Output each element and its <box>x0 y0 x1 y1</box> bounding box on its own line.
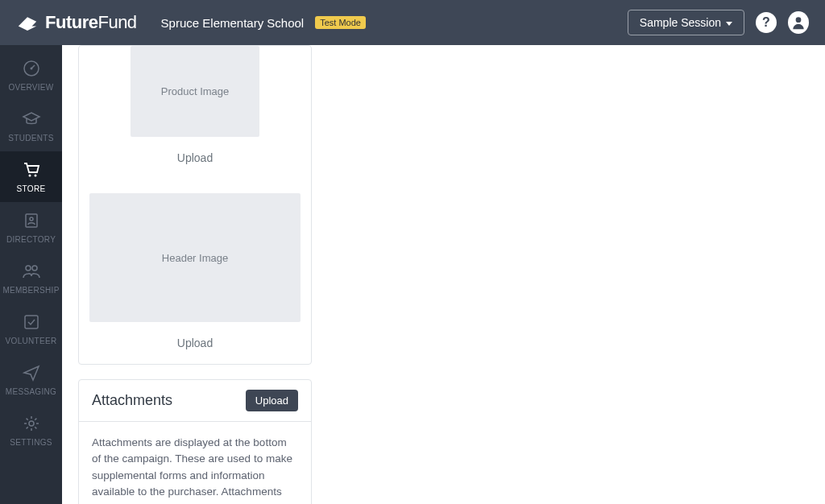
sidebar-item-label: SETTINGS <box>10 438 52 447</box>
top-bar: FutureFund Spruce Elementary School Test… <box>0 0 825 45</box>
sidebar-item-volunteer[interactable]: VOLUNTEER <box>0 304 62 354</box>
org-name: Spruce Elementary School <box>161 16 305 30</box>
sidebar-item-label: MEMBERSHIP <box>2 286 59 295</box>
attachments-header: Attachments Upload <box>79 380 311 422</box>
help-button[interactable]: ? <box>756 12 777 33</box>
gauge-icon <box>21 59 42 78</box>
sidebar-item-messaging[interactable]: MESSAGING <box>0 354 62 405</box>
sidebar-item-label: VOLUNTEER <box>6 337 57 345</box>
svg-point-10 <box>29 421 34 426</box>
svg-rect-9 <box>25 316 38 328</box>
logo-text-light: Fund <box>97 12 136 32</box>
product-image-upload-link[interactable]: Upload <box>177 151 213 164</box>
svg-point-4 <box>34 175 36 177</box>
sidebar: OVERVIEW STUDENTS STORE DIRECTORY MEMBER… <box>0 45 62 504</box>
paper-plane-icon <box>21 363 42 382</box>
sidebar-item-store[interactable]: STORE <box>0 151 62 202</box>
svg-point-0 <box>796 17 802 23</box>
graduation-cap-icon <box>21 109 42 129</box>
user-menu[interactable] <box>788 12 809 33</box>
gear-icon <box>21 414 42 433</box>
images-card: Product Image Upload Header Image Upload <box>78 45 312 365</box>
test-mode-badge: Test Mode <box>315 16 366 29</box>
svg-point-6 <box>30 217 33 221</box>
sidebar-item-label: OVERVIEW <box>8 83 53 92</box>
sidebar-item-students[interactable]: STUDENTS <box>0 101 62 151</box>
header-image-placeholder[interactable]: Header Image <box>89 193 301 322</box>
sidebar-item-label: DIRECTORY <box>6 235 56 244</box>
sidebar-item-label: STORE <box>17 184 46 193</box>
user-icon <box>788 11 809 34</box>
sidebar-item-overview[interactable]: OVERVIEW <box>0 50 62 101</box>
attachments-title: Attachments <box>92 392 172 409</box>
svg-point-8 <box>32 266 37 271</box>
sidebar-item-label: MESSAGING <box>6 387 56 396</box>
attachments-description: Attachments are displayed at the bottom … <box>79 422 311 504</box>
logo-icon <box>16 14 39 31</box>
cart-icon <box>21 160 42 180</box>
help-icon: ? <box>756 12 777 33</box>
header-image-upload-link[interactable]: Upload <box>177 337 213 349</box>
session-label: Sample Session <box>640 16 721 29</box>
attachments-upload-button[interactable]: Upload <box>246 390 298 411</box>
people-icon <box>21 262 42 281</box>
logo-text-bold: Future <box>45 12 97 32</box>
svg-point-2 <box>30 68 32 70</box>
sidebar-item-directory[interactable]: DIRECTORY <box>0 202 62 253</box>
placeholder-label: Product Image <box>161 85 230 97</box>
chevron-down-icon <box>726 22 732 26</box>
sidebar-item-label: STUDENTS <box>8 134 53 143</box>
placeholder-label: Header Image <box>162 252 228 264</box>
directory-icon <box>21 211 42 230</box>
checkbox-icon <box>21 312 42 332</box>
sidebar-item-membership[interactable]: MEMBERSHIP <box>0 253 62 304</box>
logo[interactable]: FutureFund <box>16 12 137 33</box>
svg-point-7 <box>26 266 31 271</box>
attachments-card: Attachments Upload Attachments are displ… <box>78 379 312 504</box>
svg-point-3 <box>28 175 31 177</box>
sidebar-item-settings[interactable]: SETTINGS <box>0 405 62 456</box>
session-dropdown[interactable]: Sample Session <box>628 10 744 35</box>
main-content: Product Image Upload Header Image Upload… <box>62 45 825 504</box>
product-image-placeholder[interactable]: Product Image <box>131 46 259 137</box>
